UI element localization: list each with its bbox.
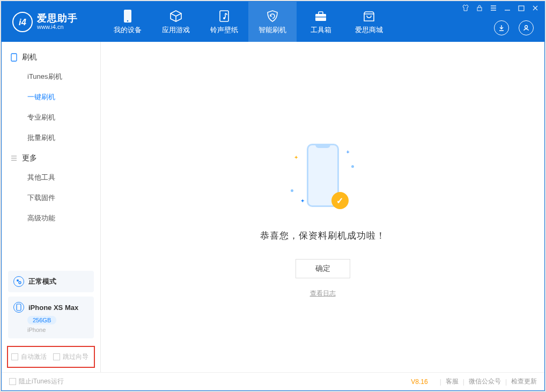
checkbox-block-itunes[interactable]: 阻止iTunes运行 xyxy=(9,377,64,386)
checkbox-label: 自动激活 xyxy=(21,352,47,361)
storage-badge: 256GB xyxy=(27,316,56,324)
checkbox-label: 跳过向导 xyxy=(63,352,88,361)
app-window: i4 爱思助手 www.i4.cn 我的设备 应用游戏 铃声壁纸 智能刷 xyxy=(1,1,545,391)
menu-icon[interactable] xyxy=(490,4,497,12)
svg-point-4 xyxy=(223,17,225,19)
sidebar-section-flash: 刷机 xyxy=(2,47,100,66)
sidebar: 刷机 iTunes刷机 一键刷机 专业刷机 批量刷机 更多 其他工具 下载固件 … xyxy=(2,42,101,372)
highlighted-options: 自动激活 跳过向导 xyxy=(7,346,95,368)
nav-label: 应用游戏 xyxy=(162,25,190,35)
separator: | xyxy=(505,378,507,386)
success-illustration: ✦ + ✦ ✓ xyxy=(285,138,360,213)
mode-icon xyxy=(13,276,24,287)
mode-label: 正常模式 xyxy=(28,277,56,286)
svg-point-12 xyxy=(17,279,19,282)
app-url: www.i4.cn xyxy=(37,24,78,30)
dot-icon xyxy=(291,189,293,192)
svg-point-10 xyxy=(525,26,528,28)
music-icon xyxy=(217,9,231,23)
cube-icon xyxy=(169,9,183,23)
maximize-icon[interactable] xyxy=(518,4,525,12)
svg-rect-8 xyxy=(477,8,482,11)
dot-icon xyxy=(351,165,354,168)
sidebar-item-itunes-flash[interactable]: iTunes刷机 xyxy=(2,66,100,87)
nav-tab-apps[interactable]: 应用游戏 xyxy=(152,2,200,42)
device-icon xyxy=(13,302,24,313)
close-icon[interactable] xyxy=(532,4,539,12)
sparkle-icon: ✦ xyxy=(300,198,305,204)
section-label: 更多 xyxy=(22,153,37,163)
svg-rect-14 xyxy=(17,304,21,310)
list-icon xyxy=(10,154,18,162)
nav-label: 我的设备 xyxy=(114,25,142,35)
phone-notch xyxy=(315,144,330,148)
sparkle-icon: ✦ xyxy=(294,154,298,160)
separator: | xyxy=(440,378,441,386)
nav-tab-toolbox[interactable]: 工具箱 xyxy=(297,2,345,42)
main-content: ✦ + ✦ ✓ 恭喜您，保资料刷机成功啦！ 确定 查看日志 xyxy=(101,42,544,372)
nav-label: 工具箱 xyxy=(311,25,331,35)
logo-block: i4 爱思助手 www.i4.cn xyxy=(2,12,104,32)
body: 刷机 iTunes刷机 一键刷机 专业刷机 批量刷机 更多 其他工具 下载固件 … xyxy=(2,42,544,372)
checkbox-icon xyxy=(11,353,18,360)
sidebar-item-batch-flash[interactable]: 批量刷机 xyxy=(2,128,100,148)
svg-rect-11 xyxy=(11,54,17,61)
mode-card[interactable]: 正常模式 xyxy=(8,271,94,292)
nav-tab-ringtones[interactable]: 铃声壁纸 xyxy=(200,2,248,42)
ok-button[interactable]: 确定 xyxy=(296,259,350,278)
checkbox-auto-activate[interactable]: 自动激活 xyxy=(11,352,47,361)
svg-rect-5 xyxy=(315,14,326,21)
footer-right: V8.16 | 客服 | 微信公众号 | 检查更新 xyxy=(411,377,537,386)
nav-tab-device[interactable]: 我的设备 xyxy=(104,2,152,42)
sidebar-item-other-tools[interactable]: 其他工具 xyxy=(2,167,100,188)
customer-service-link[interactable]: 客服 xyxy=(446,377,459,386)
version-label: V8.16 xyxy=(411,378,427,386)
sidebar-item-advanced[interactable]: 高级功能 xyxy=(2,208,100,228)
view-log-link[interactable]: 查看日志 xyxy=(310,289,336,298)
footer: 阻止iTunes运行 V8.16 | 客服 | 微信公众号 | 检查更新 xyxy=(2,372,544,390)
minimize-icon[interactable] xyxy=(504,4,511,12)
success-message: 恭喜您，保资料刷机成功啦！ xyxy=(260,230,386,242)
svg-point-13 xyxy=(19,282,21,284)
sidebar-item-download-firmware[interactable]: 下载固件 xyxy=(2,188,100,208)
nav-label: 铃声壁纸 xyxy=(210,25,238,35)
nav-tabs: 我的设备 应用游戏 铃声壁纸 智能刷机 工具箱 爱思商城 xyxy=(104,2,393,42)
tshirt-icon[interactable] xyxy=(462,4,469,12)
nav-label: 智能刷机 xyxy=(259,25,286,35)
lock-icon[interactable] xyxy=(476,4,483,12)
wechat-link[interactable]: 微信公众号 xyxy=(469,377,501,386)
header: i4 爱思助手 www.i4.cn 我的设备 应用游戏 铃声壁纸 智能刷 xyxy=(2,2,544,42)
phone-icon xyxy=(121,9,135,23)
app-name: 爱思助手 xyxy=(37,13,78,24)
check-update-link[interactable]: 检查更新 xyxy=(511,377,537,386)
checkbox-skip-guide[interactable]: 跳过向导 xyxy=(53,352,88,361)
checkbox-icon xyxy=(53,353,60,360)
user-icon[interactable] xyxy=(519,20,534,35)
header-right-actions xyxy=(494,20,534,35)
separator: | xyxy=(463,378,464,386)
checkbox-icon xyxy=(9,378,16,385)
svg-rect-7 xyxy=(315,17,326,17)
refresh-shield-icon xyxy=(265,9,279,23)
svg-rect-6 xyxy=(319,12,323,14)
sidebar-section-more: 更多 xyxy=(2,148,100,167)
check-badge-icon: ✓ xyxy=(331,192,349,209)
window-controls xyxy=(462,4,539,12)
sidebar-item-pro-flash[interactable]: 专业刷机 xyxy=(2,107,100,128)
toolbox-icon xyxy=(314,9,328,23)
logo-text: 爱思助手 www.i4.cn xyxy=(37,13,78,31)
nav-tab-flash[interactable]: 智能刷机 xyxy=(248,2,297,42)
device-cards: 正常模式 iPhone XS Max 256GB iPhone xyxy=(2,265,100,343)
device-type: iPhone xyxy=(27,327,88,333)
nav-label: 爱思商城 xyxy=(355,25,383,35)
nav-tab-store[interactable]: 爱思商城 xyxy=(345,2,393,42)
svg-rect-9 xyxy=(519,6,524,11)
device-name: iPhone XS Max xyxy=(28,304,78,312)
phone-outline-icon xyxy=(10,54,18,61)
sidebar-item-one-click-flash[interactable]: 一键刷机 xyxy=(2,87,100,107)
device-card[interactable]: iPhone XS Max 256GB iPhone xyxy=(8,297,94,338)
svg-text:i4: i4 xyxy=(19,17,26,26)
store-icon xyxy=(362,9,376,23)
svg-point-2 xyxy=(127,20,129,21)
download-icon[interactable] xyxy=(494,20,509,35)
